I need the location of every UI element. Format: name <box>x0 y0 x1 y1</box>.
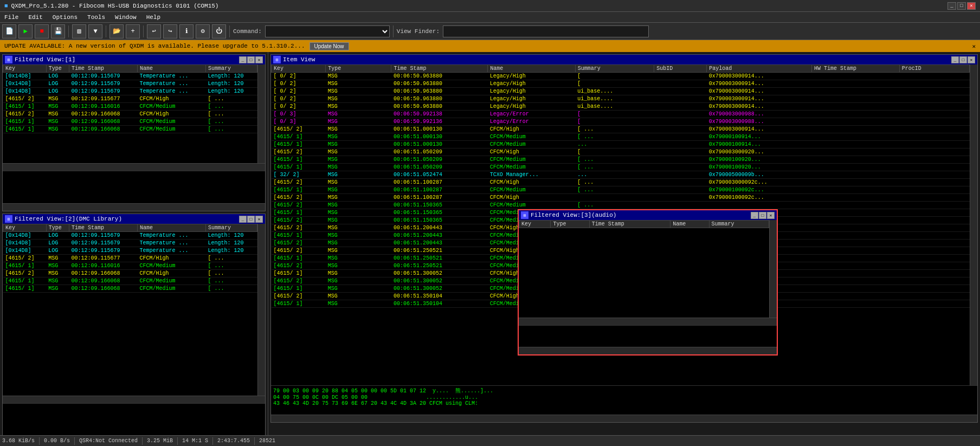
fv2-close[interactable]: ✕ <box>255 216 263 223</box>
fa-controls[interactable]: _ □ ✕ <box>751 212 775 219</box>
table-row[interactable]: [0x14D8] LOG 00:12:09.115679 Temperature… <box>3 80 257 88</box>
table-row[interactable]: [4615/ 2] MSG 00:12:09.115677 CFCM/High … <box>3 95 257 103</box>
fv2-max[interactable]: □ <box>247 216 255 223</box>
cfg-btn[interactable]: ⚙ <box>196 24 210 38</box>
filter-btn[interactable]: ▼ <box>88 24 102 38</box>
cell-summary: [ ... <box>205 103 257 111</box>
fv1-min[interactable]: _ <box>239 56 247 63</box>
table-row[interactable]: [4615/ 1] MSG 00:12:09.116016 CFCM/Mediu… <box>3 262 257 270</box>
table-row[interactable]: [ 0/ 3] MSG 00:06:50.992136 Legacy/Error… <box>272 118 970 126</box>
menu-window[interactable]: Window <box>113 14 139 21</box>
fv1-scrollbar-v[interactable] <box>257 64 265 163</box>
table-row[interactable]: [4615/ 1] MSG 00:06:51.050209 CFCM/Mediu… <box>272 156 970 164</box>
cell-ts: 00:12:09.115679 <box>69 88 138 95</box>
iv-min[interactable]: _ <box>951 56 959 63</box>
viewfinder-input[interactable] <box>443 25 649 37</box>
table-row[interactable]: [ 0/ 2] MSG 00:06:50.963880 Legacy/High … <box>272 103 970 111</box>
table-row[interactable]: [ 0/ 2] MSG 00:06:50.963880 Legacy/High … <box>272 73 970 80</box>
table-row[interactable]: [0x14D8] LOG 00:12:09.115679 Temperature… <box>3 240 257 247</box>
table-row[interactable]: [4615/ 2] MSG 00:06:51.050209 CFCM/High … <box>272 148 970 156</box>
table-row[interactable]: [0x14D8] LOG 00:12:09.115679 Temperature… <box>3 247 257 255</box>
open-btn[interactable]: 📂 <box>109 24 124 38</box>
table-row[interactable]: [ 0/ 2] MSG 00:06:50.963880 Legacy/High … <box>272 88 970 95</box>
cell-type: MSG <box>326 285 391 293</box>
table-row[interactable]: [ 32/ 2] MSG 00:06:51.052474 TCXO Manage… <box>272 171 970 179</box>
table-row[interactable]: [4615/ 2] MSG 00:12:09.166068 CFCM/High … <box>3 270 257 277</box>
play-btn[interactable]: ▶ <box>18 24 33 38</box>
save-btn[interactable]: 💾 <box>51 24 65 38</box>
pwr-btn[interactable]: ⏻ <box>212 24 226 38</box>
window-controls[interactable]: _ □ ✕ <box>947 2 976 10</box>
iv-scrollbar-h[interactable] <box>271 415 977 422</box>
table-row[interactable]: [4615/ 2] MSG 00:12:09.166068 CFCM/High … <box>3 111 257 118</box>
table-row[interactable]: [4615/ 1] MSG 00:12:09.166068 CFCM/Mediu… <box>3 118 257 126</box>
menu-tools[interactable]: Tools <box>85 14 107 21</box>
fa-scrollbar-h[interactable] <box>519 318 777 325</box>
close-btn[interactable]: ✕ <box>967 2 976 10</box>
table-row[interactable]: [4615/ 2] MSG 00:06:51.150365 CFCM/Mediu… <box>272 202 970 209</box>
update-now-btn[interactable]: Update Now <box>310 42 349 50</box>
table-row[interactable]: [ 0/ 3] MSG 00:06:50.992138 Legacy/Error… <box>272 111 970 118</box>
stop-btn[interactable]: ■ <box>35 24 49 38</box>
command-combo[interactable] <box>265 25 390 37</box>
iv-close[interactable]: ✕ <box>968 56 975 63</box>
minimize-btn[interactable]: _ <box>947 2 956 10</box>
table-row[interactable]: [4615/ 1] MSG 00:12:09.166068 CFCM/Mediu… <box>3 126 257 133</box>
fv1-scrollbar-h[interactable] <box>3 163 265 171</box>
fv1-max[interactable]: □ <box>247 56 255 63</box>
update-close-btn[interactable]: ✕ <box>972 43 976 50</box>
fa-max[interactable]: □ <box>759 212 766 219</box>
table-row[interactable]: [0x14D8] LOG 00:12:09.115679 Temperature… <box>3 232 257 240</box>
fv1-table-scroll[interactable]: Key Type Time Stamp Name Summary [0x14D8… <box>3 64 257 163</box>
iv-controls[interactable]: _ □ ✕ <box>951 56 975 63</box>
cell-ts: 00:12:09.115679 <box>69 232 138 240</box>
table-row[interactable]: [ 0/ 2] MSG 00:06:50.963880 Legacy/High … <box>272 95 970 103</box>
iv-scrollbar-v[interactable] <box>970 64 977 385</box>
table-row[interactable]: [4615/ 1] MSG 00:12:09.166068 CFCM/Mediu… <box>3 277 257 285</box>
maximize-btn[interactable]: □ <box>957 2 966 10</box>
table-row[interactable]: [4615/ 2] MSG 00:06:51.100287 CFCM/High … <box>272 194 970 202</box>
fv1-controls[interactable]: _ □ ✕ <box>239 56 263 63</box>
add-btn[interactable]: + <box>126 24 140 38</box>
cell-procid <box>899 262 969 270</box>
menu-help[interactable]: Help <box>144 14 163 21</box>
table-row[interactable]: [ 0/ 2] MSG 00:06:50.963880 Legacy/High … <box>272 80 970 88</box>
table-row[interactable]: [4615/ 2] MSG 00:06:51.000130 CFCM/High … <box>272 126 970 133</box>
table-row[interactable]: [4615/ 1] MSG 00:12:09.166068 CFCM/Mediu… <box>3 285 257 293</box>
nav-btn[interactable]: ▧ <box>72 24 86 38</box>
fa-close[interactable]: ✕ <box>767 212 775 219</box>
menu-options[interactable]: Options <box>50 14 80 21</box>
table-row[interactable]: [4615/ 2] MSG 00:06:51.100287 CFCM/High … <box>272 179 970 186</box>
cell-key: [0x14D8] <box>3 232 47 240</box>
table-row[interactable]: [4615/ 1] MSG 00:06:51.050209 CFCM/Mediu… <box>272 164 970 171</box>
sep4 <box>229 25 230 37</box>
table-row[interactable]: [4615/ 1] MSG 00:06:51.100287 CFCM/Mediu… <box>272 186 970 194</box>
cell-payload: 0x790003000092c... <box>707 179 812 186</box>
redo-btn[interactable]: ↪ <box>163 24 177 38</box>
menu-edit[interactable]: Edit <box>26 14 44 21</box>
cell-summary: Length: 120 <box>205 247 257 255</box>
undo-btn[interactable]: ↩ <box>147 24 161 38</box>
table-row[interactable]: [4615/ 1] MSG 00:06:51.000130 CFCM/Mediu… <box>272 141 970 148</box>
iv-max[interactable]: □ <box>959 56 967 63</box>
fv2-controls[interactable]: _ □ ✕ <box>239 216 263 223</box>
fa-table-scroll[interactable]: Key Type Time Stamp Name Summary <box>519 220 769 318</box>
new-btn[interactable]: 📄 <box>2 24 16 38</box>
table-row[interactable]: [0x14D8] LOG 00:12:09.115679 Temperature… <box>3 88 257 95</box>
fv2-table-scroll[interactable]: Key Type Time Stamp Name Summary [0x14D8… <box>3 224 257 396</box>
table-row[interactable]: [4615/ 1] MSG 00:12:09.116016 CFCM/Mediu… <box>3 103 257 111</box>
table-row[interactable]: [4615/ 1] MSG 00:06:51.000130 CFCM/Mediu… <box>272 133 970 141</box>
fa-min[interactable]: _ <box>751 212 758 219</box>
fv2-scrollbar-v[interactable] <box>257 224 265 396</box>
info-btn[interactable]: ℹ <box>179 24 194 38</box>
fa-scrollbar-v[interactable] <box>769 220 777 318</box>
table-row[interactable]: [4615/ 2] MSG 00:12:09.115677 CFCM/High … <box>3 255 257 262</box>
cell-payload: 0x79000500009b... <box>707 171 812 179</box>
fv2-min[interactable]: _ <box>239 216 247 223</box>
fv1-scrollbar-h2[interactable] <box>3 203 265 211</box>
fv1-close[interactable]: ✕ <box>255 56 263 63</box>
table-row[interactable]: [0x14D8] LOG 00:12:09.115679 Temperature… <box>3 73 257 80</box>
menu-file[interactable]: File <box>2 14 21 21</box>
fv2-scrollbar-h[interactable] <box>3 396 265 403</box>
fa-scrollbar-h2[interactable] <box>519 347 777 354</box>
